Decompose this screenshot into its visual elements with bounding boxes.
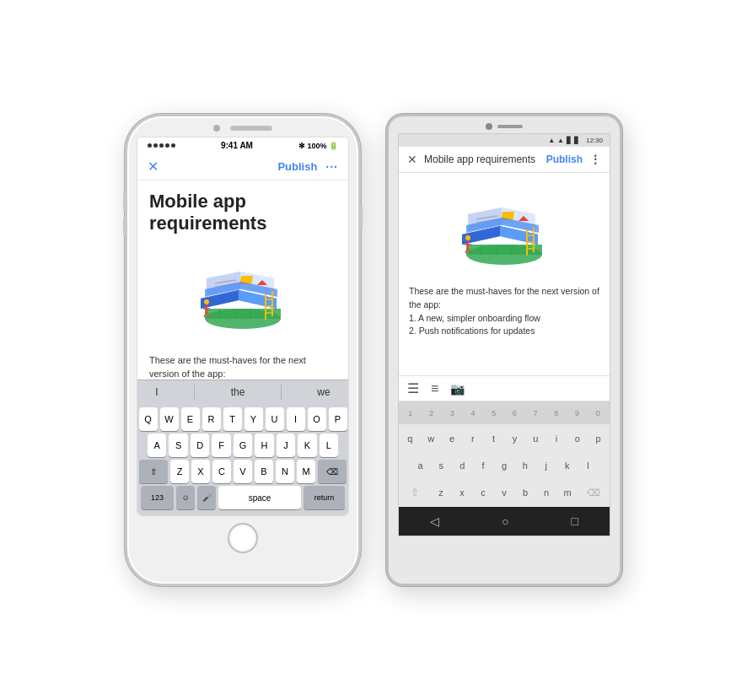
akey-m[interactable]: m — [558, 480, 578, 505]
key-y[interactable]: Y — [245, 407, 263, 431]
akey-d[interactable]: d — [453, 453, 472, 478]
key-c[interactable]: C — [212, 460, 231, 483]
key-x[interactable]: X — [191, 460, 210, 483]
key-s[interactable]: S — [169, 433, 187, 457]
key-k[interactable]: K — [298, 433, 316, 457]
suggestion-2[interactable]: the — [231, 386, 245, 398]
key-h[interactable]: H — [255, 433, 273, 457]
signal-bars: ▊ — [567, 137, 572, 144]
android-camera — [486, 123, 492, 130]
android-shift-button[interactable]: ⇧ — [400, 480, 430, 505]
akey-e[interactable]: e — [443, 426, 462, 451]
num-8[interactable]: 8 — [546, 404, 567, 423]
num-6[interactable]: 6 — [505, 404, 525, 423]
key-l[interactable]: L — [320, 433, 338, 457]
num-5[interactable]: 5 — [484, 404, 504, 423]
num-7[interactable]: 7 — [525, 404, 545, 423]
power-button[interactable] — [360, 205, 363, 230]
android-recent-button[interactable]: □ — [572, 514, 578, 528]
akey-r[interactable]: r — [463, 426, 482, 451]
akey-u[interactable]: u — [526, 426, 545, 451]
suggestion-3[interactable]: we — [317, 386, 330, 398]
key-e[interactable]: E — [181, 407, 200, 431]
akey-v[interactable]: v — [495, 480, 514, 505]
key-b[interactable]: B — [255, 460, 273, 483]
num-0[interactable]: 0 — [588, 404, 608, 423]
num-9[interactable]: 9 — [567, 404, 588, 423]
more-options-button[interactable]: ··· — [325, 160, 338, 174]
akey-k[interactable]: k — [557, 453, 577, 478]
volume-up-button[interactable] — [123, 192, 126, 211]
akey-g[interactable]: g — [495, 453, 514, 478]
key-z[interactable]: Z — [170, 460, 189, 483]
akey-h[interactable]: h — [515, 453, 535, 478]
android-home-button[interactable]: ○ — [502, 514, 508, 528]
shift-button[interactable]: ⇧ — [139, 460, 168, 483]
key-f[interactable]: F — [212, 433, 230, 457]
key-r[interactable]: R — [202, 407, 221, 431]
key-g[interactable]: G — [234, 433, 252, 457]
android-publish-button[interactable]: Publish — [546, 153, 583, 165]
image-insert-icon[interactable]: 📷 — [450, 382, 465, 396]
num-2[interactable]: 2 — [422, 404, 442, 423]
akey-o[interactable]: o — [567, 426, 587, 451]
mic-button[interactable]: 🎤 — [197, 486, 216, 509]
numbered-list-icon[interactable]: ≡ — [431, 381, 438, 396]
key-j[interactable]: J — [277, 433, 295, 457]
num-4[interactable]: 4 — [463, 404, 483, 423]
akey-i[interactable]: i — [547, 426, 567, 451]
key-m[interactable]: M — [297, 460, 315, 483]
akey-x[interactable]: x — [453, 480, 472, 505]
akey-w[interactable]: w — [422, 426, 441, 451]
akey-n[interactable]: n — [537, 480, 556, 505]
iphone-battery: ✻ 100% 🔋 — [298, 142, 338, 150]
android-back-button[interactable]: ◁ — [430, 514, 439, 528]
delete-button[interactable]: ⌫ — [318, 460, 347, 483]
akey-p[interactable]: p — [588, 426, 608, 451]
svg-point-44 — [465, 235, 470, 240]
akey-l[interactable]: l — [578, 453, 598, 478]
publish-button[interactable]: Publish — [277, 160, 317, 173]
key-u[interactable]: U — [266, 407, 284, 431]
android-more-button[interactable]: ⋮ — [589, 153, 601, 166]
akey-s[interactable]: s — [432, 453, 451, 478]
android-delete-button[interactable]: ⌫ — [579, 480, 609, 505]
akey-a[interactable]: a — [411, 453, 430, 478]
key-p[interactable]: P — [329, 407, 347, 431]
toolbar-actions: Publish ··· — [277, 160, 338, 174]
battery-icon: ▊ — [574, 137, 579, 144]
android-illustration — [409, 181, 599, 278]
akey-c[interactable]: c — [474, 480, 493, 505]
space-button[interactable]: space — [218, 486, 301, 509]
key-w[interactable]: W — [160, 407, 179, 431]
volume-down-button[interactable] — [123, 218, 126, 236]
akey-f[interactable]: f — [474, 453, 493, 478]
key-n[interactable]: N — [276, 460, 294, 483]
akey-j[interactable]: j — [536, 453, 556, 478]
key-t[interactable]: T — [223, 407, 242, 431]
key-v[interactable]: V — [234, 460, 252, 483]
iphone-time: 9:41 AM — [221, 141, 253, 150]
num-1[interactable]: 1 — [400, 404, 421, 423]
akey-q[interactable]: q — [400, 426, 420, 451]
akey-z[interactable]: z — [432, 480, 451, 505]
android-close-button[interactable]: ✕ — [407, 153, 417, 166]
home-button[interactable] — [228, 523, 258, 553]
key-o[interactable]: O — [308, 407, 326, 431]
return-button[interactable]: return — [304, 486, 345, 509]
android-screen: ▲ ▲ ▊ ▊ 12:30 ✕ Mobile app requirements … — [398, 133, 610, 536]
num-3[interactable]: 3 — [442, 404, 462, 423]
key-d[interactable]: D — [191, 433, 209, 457]
emoji-button[interactable]: ☺ — [176, 486, 195, 509]
bulleted-list-icon[interactable]: ☰ — [407, 380, 419, 396]
akey-b[interactable]: b — [516, 480, 535, 505]
key-a[interactable]: A — [148, 433, 166, 457]
akey-t[interactable]: t — [484, 426, 503, 451]
android-row-1: q w e r t y u i o p — [400, 426, 608, 451]
key-q[interactable]: Q — [139, 407, 158, 431]
suggestion-1[interactable]: I — [155, 386, 158, 398]
key-i[interactable]: I — [287, 407, 305, 431]
numbers-button[interactable]: 123 — [141, 486, 174, 509]
close-button[interactable]: ✕ — [148, 159, 159, 175]
akey-y[interactable]: y — [505, 426, 524, 451]
